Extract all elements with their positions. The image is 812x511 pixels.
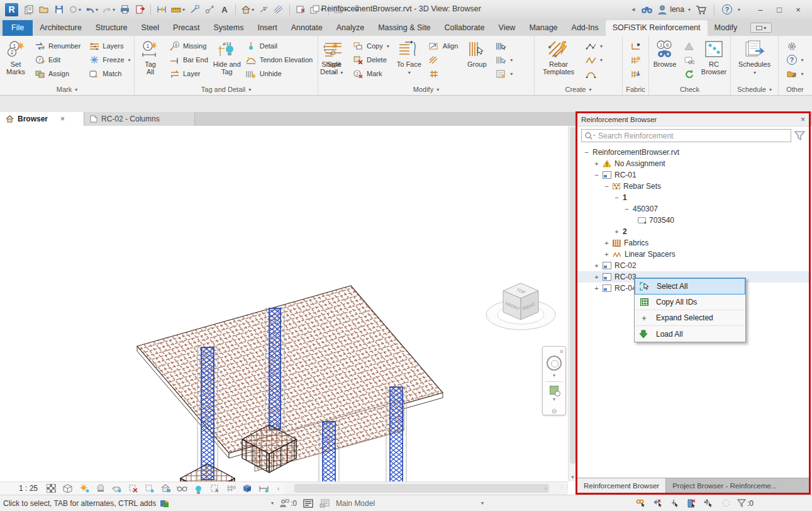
bottom-tab-reinforcement-browser[interactable]: Reinforcement Browser	[577, 478, 666, 493]
align-button[interactable]: Align	[427, 39, 460, 53]
print-button[interactable]	[118, 2, 131, 17]
tab-sofistik-reinforcement[interactable]: SOFiSTiK Reinforcement	[606, 20, 708, 36]
search-binoculars-icon[interactable]	[641, 5, 653, 14]
panel-title-check[interactable]: Check	[649, 84, 730, 95]
tab-collaborate[interactable]: Collaborate	[438, 20, 492, 36]
select-bars-button[interactable]	[494, 39, 514, 53]
select-group-button[interactable]: ▾	[494, 53, 514, 67]
resize-grip[interactable]: ⋮⋮	[559, 485, 567, 492]
tab-steel[interactable]: Steel	[135, 20, 167, 36]
layers-button[interactable]: Layers	[87, 39, 132, 53]
collapse-arrow-icon[interactable]: ◄	[630, 6, 636, 13]
sun-path-button[interactable]	[79, 483, 89, 493]
app-store-cart-icon[interactable]	[696, 5, 706, 14]
freeze-button[interactable]: Freeze▾	[87, 53, 132, 67]
create-polyline-button[interactable]: ▾	[584, 53, 604, 67]
tree-item-no-assignment[interactable]: + No Assignment	[577, 158, 809, 169]
main-model-select[interactable]: Main Model ▾	[336, 499, 484, 508]
tree-item-rebar-sets[interactable]: − Rebar Sets	[577, 181, 809, 192]
expand-toggle[interactable]: −	[614, 194, 620, 201]
detail-level-button[interactable]	[46, 483, 57, 493]
dropdown-caret-icon[interactable]: ▾	[553, 373, 555, 378]
reveal-constraints-button[interactable]	[259, 483, 269, 493]
drag-elements-toggle[interactable]	[703, 498, 715, 508]
tab-view[interactable]: View	[492, 20, 523, 36]
unhide-button[interactable]: Unhide	[244, 67, 314, 81]
menu-item-load-all[interactable]: Load All	[635, 326, 745, 342]
open-button[interactable]	[37, 2, 51, 17]
close-inactive-views-button[interactable]	[294, 2, 308, 17]
tab-insert[interactable]: Insert	[250, 20, 284, 36]
browse-button[interactable]: 18 Browse	[652, 37, 677, 84]
drawing-area[interactable]: TOP FRONT RIGHT ⊗ ▾ ▾ ⊖	[0, 126, 568, 481]
fabric-load-button[interactable]	[628, 67, 643, 81]
tools-button[interactable]: ▾	[784, 67, 805, 81]
grid-tool-button[interactable]	[427, 67, 460, 81]
background-processes-indicator[interactable]	[720, 498, 731, 508]
signed-in-user[interactable]: lena ▾	[658, 5, 691, 14]
navbar-collapse-icon[interactable]: ⊖	[552, 408, 557, 415]
expand-toggle[interactable]: −	[624, 205, 630, 213]
copy-button[interactable]: Copy▾	[351, 39, 391, 53]
expand-toggle[interactable]: +	[594, 262, 599, 269]
check-warning-button[interactable]	[682, 39, 696, 53]
tree-item-rc-02[interactable]: + RC-02	[577, 260, 809, 271]
bar-end-button[interactable]: Bar End	[167, 53, 210, 67]
default-3d-view-button[interactable]: ▾	[240, 2, 255, 17]
expand-toggle[interactable]: −	[604, 182, 609, 190]
edit-button[interactable]: 7Edit	[33, 53, 82, 67]
tab-manage[interactable]: Manage	[522, 20, 564, 36]
panel-title-tag-and-detail[interactable]: Tag and Detail▾	[135, 84, 318, 95]
worksets-button[interactable]: :0	[280, 499, 297, 508]
expand-toggle[interactable]: −	[584, 149, 589, 156]
check-review-button[interactable]	[682, 53, 696, 67]
save-button[interactable]	[52, 2, 66, 17]
tab-add-ins[interactable]: Add-Ins	[565, 20, 606, 36]
label-button[interactable]	[203, 2, 216, 17]
bottom-tab-project-browser[interactable]: Project Browser - Reinforceme...	[666, 478, 783, 493]
create-arc-button[interactable]	[584, 67, 604, 81]
delete-button[interactable]: Delete	[351, 53, 391, 67]
render-button[interactable]	[111, 483, 122, 493]
renumber-button[interactable]: 7Renumber	[33, 39, 82, 53]
view-tab-rc02-columns[interactable]: RC-02 - Columns	[84, 112, 195, 126]
view-scale-button[interactable]: 1 : 25	[16, 484, 40, 493]
hide-and-tag-button[interactable]: ø14 Hide and Tag	[214, 37, 240, 84]
expand-toggle[interactable]: +	[604, 250, 609, 258]
pinned-select-toggle[interactable]	[669, 498, 681, 508]
tag-all-button[interactable]: 1 Tag All	[138, 37, 163, 84]
tab-massing-site[interactable]: Massing & Site	[371, 20, 437, 36]
set-marks-button[interactable]: 12 Set Marks	[3, 37, 28, 84]
tag-by-category-button[interactable]	[187, 2, 201, 17]
panel-title-modify[interactable]: Modify▾	[318, 84, 534, 95]
vertical-scroll-thumb[interactable]	[570, 127, 576, 464]
show-crop-region-button[interactable]	[144, 483, 155, 493]
expand-toggle[interactable]: −	[594, 171, 599, 179]
horizontal-scrollbar[interactable]: › ⋮⋮	[284, 481, 568, 495]
panel-title-schedule[interactable]: Schedule▾	[731, 84, 778, 95]
ribbon-display-toggle[interactable]: ▾	[750, 23, 772, 33]
panel-title-mark[interactable]: Mark▾	[0, 84, 134, 95]
reveal-hidden-elements-button[interactable]	[193, 483, 204, 493]
exclude-options-toggle[interactable]	[686, 498, 698, 508]
tree-item-linear-spacers[interactable]: + Linear Spacers	[577, 249, 809, 260]
check-refresh-button[interactable]	[682, 67, 696, 81]
undo-button[interactable]: ▾	[84, 2, 99, 17]
aligned-dimension-button[interactable]	[155, 2, 169, 17]
assign-button[interactable]: Assign	[33, 67, 82, 81]
dropdown-caret-icon[interactable]: ▾	[271, 500, 274, 506]
hatch-tool-button[interactable]	[427, 53, 460, 67]
view-tab-browser[interactable]: Browser ×	[0, 112, 84, 126]
expand-toggle[interactable]: +	[594, 284, 599, 292]
synchronize-button[interactable]: ▾	[67, 2, 82, 17]
underlay-select-toggle[interactable]	[652, 498, 664, 508]
menu-item-select-all[interactable]: Select All	[635, 278, 745, 295]
tab-architecture[interactable]: Architecture	[33, 20, 89, 36]
group-button[interactable]: Group	[464, 37, 489, 84]
tab-systems[interactable]: Systems	[206, 20, 250, 36]
editable-only-icon[interactable]	[303, 499, 313, 508]
section-button[interactable]	[257, 2, 270, 17]
search-input[interactable]	[581, 129, 791, 142]
tree-item-project[interactable]: − ReinforcementBrowser.rvt	[577, 147, 809, 158]
temporary-hide-isolate-button[interactable]	[177, 483, 187, 493]
